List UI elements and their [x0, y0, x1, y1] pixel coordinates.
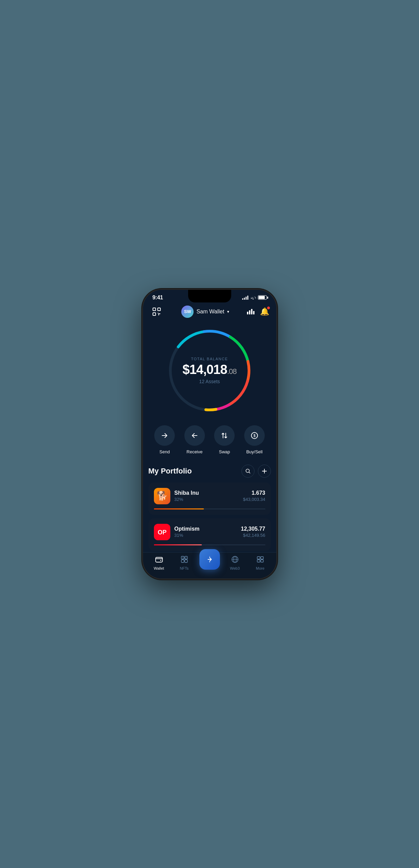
phone-notch	[188, 290, 231, 302]
asset-card-shiba[interactable]: 🐕 Shiba Inu 32% 1.673 $43,003.34	[148, 482, 271, 515]
asset-values-op: 12,305.77 $42,149.56	[241, 526, 265, 538]
wallet-nav-icon	[155, 555, 163, 565]
svg-rect-30	[261, 560, 263, 562]
battery-icon	[258, 295, 267, 300]
svg-point-20	[160, 560, 161, 561]
svg-rect-2	[153, 313, 156, 315]
chart-icon	[247, 309, 254, 314]
scan-button[interactable]	[150, 305, 163, 319]
wallet-selector[interactable]: SW Sam Wallet ▾	[181, 306, 229, 318]
asset-values-shiba: 1.673 $43,003.34	[243, 490, 265, 502]
send-icon-circle	[154, 425, 175, 446]
nav-wallet[interactable]: Wallet	[146, 555, 172, 570]
asset-row-op: OP Optimism 31% 12,305.77 $42,149.56	[154, 524, 265, 540]
op-icon: OP	[154, 524, 170, 540]
assets-count: 12 Assets	[179, 379, 240, 384]
optimism-logo: OP	[154, 524, 170, 540]
svg-rect-28	[261, 557, 263, 559]
scan-icon	[152, 307, 161, 316]
wallet-name: Sam Wallet	[196, 309, 224, 315]
asset-fill-shiba	[154, 508, 204, 509]
asset-pct-shiba: 32%	[174, 497, 239, 502]
asset-pct-op: 31%	[174, 533, 237, 538]
svg-rect-0	[153, 308, 156, 311]
status-icons	[242, 295, 267, 300]
portfolio-title: My Portfolio	[148, 467, 192, 476]
more-nav-icon	[256, 555, 264, 565]
asset-name-op: Optimism	[174, 526, 237, 532]
svg-rect-23	[181, 560, 184, 562]
receive-icon	[191, 432, 198, 439]
asset-info-shiba: Shiba Inu 32%	[174, 490, 239, 502]
balance-section: TOTAL BALANCE $14,018.08 12 Assets	[143, 323, 276, 422]
swap-icon-circle	[214, 425, 235, 446]
nav-web3-label: Web3	[230, 566, 240, 570]
buysell-button[interactable]: $ Buy/Sell	[244, 425, 265, 454]
center-action-button[interactable]	[199, 549, 220, 570]
svg-rect-24	[185, 560, 187, 562]
svg-rect-5	[158, 313, 158, 313]
send-button[interactable]: Send	[154, 425, 175, 454]
buysell-icon-circle: $	[244, 425, 265, 446]
nav-more[interactable]: More	[248, 555, 273, 570]
send-icon	[161, 432, 168, 439]
notifications-button[interactable]: 🔔	[260, 307, 269, 316]
avatar: SW	[181, 306, 194, 318]
swap-icon	[221, 432, 228, 439]
shiba-logo: 🐕	[154, 488, 170, 504]
plus-icon	[262, 468, 267, 474]
wifi-icon	[250, 295, 256, 300]
asset-info-op: Optimism 31%	[174, 526, 237, 538]
asset-usd-shiba: $43,003.34	[243, 497, 265, 502]
buysell-icon: $	[251, 432, 258, 439]
svg-rect-27	[257, 557, 260, 559]
nav-wallet-label: Wallet	[154, 566, 164, 570]
asset-progress-op	[154, 544, 265, 545]
nfts-nav-icon	[180, 555, 188, 565]
portfolio-actions	[241, 465, 271, 478]
nav-more-label: More	[256, 566, 264, 570]
svg-text:$: $	[253, 434, 256, 438]
asset-amount-shiba: 1.673	[243, 490, 265, 496]
svg-rect-1	[158, 308, 160, 311]
web3-nav-icon	[231, 555, 239, 565]
svg-rect-19	[156, 557, 162, 562]
swap-button[interactable]: Swap	[214, 425, 235, 454]
svg-rect-4	[158, 313, 159, 315]
chart-button[interactable]	[247, 309, 254, 314]
receive-label: Receive	[186, 449, 202, 454]
balance-info: TOTAL BALANCE $14,018.08 12 Assets	[179, 357, 240, 384]
svg-text:OP: OP	[157, 529, 166, 536]
actions-row: Send Receive Swap	[143, 422, 276, 465]
header-right: 🔔	[247, 307, 269, 316]
search-button[interactable]	[241, 465, 254, 478]
svg-rect-29	[257, 560, 260, 562]
receive-button[interactable]: Receive	[184, 425, 205, 454]
portfolio-section: My Portfolio	[143, 465, 276, 551]
nav-center	[197, 556, 222, 570]
search-icon	[245, 468, 251, 474]
receive-icon-circle	[184, 425, 205, 446]
balance-ring: TOTAL BALANCE $14,018.08 12 Assets	[165, 326, 254, 415]
center-fab-icon	[205, 555, 214, 564]
buysell-label: Buy/Sell	[246, 449, 263, 454]
asset-row: 🐕 Shiba Inu 32% 1.673 $43,003.34	[154, 488, 265, 504]
nav-nfts-label: NFTs	[180, 566, 189, 570]
chevron-down-icon: ▾	[227, 309, 229, 314]
nav-nfts[interactable]: NFTs	[172, 555, 197, 570]
asset-amount-op: 12,305.77	[241, 526, 265, 532]
notification-badge	[267, 306, 270, 310]
send-label: Send	[159, 449, 170, 454]
asset-name-shiba: Shiba Inu	[174, 490, 239, 496]
swap-label: Swap	[219, 449, 230, 454]
nav-web3[interactable]: Web3	[222, 555, 248, 570]
balance-amount: $14,018.08	[179, 363, 240, 376]
asset-progress-shiba	[154, 508, 265, 509]
signal-icon	[242, 296, 248, 300]
app-header: SW Sam Wallet ▾ 🔔	[143, 301, 276, 323]
battery-fill	[259, 296, 265, 299]
asset-card-optimism[interactable]: OP Optimism 31% 12,305.77 $42,149.56	[148, 518, 271, 551]
asset-fill-op	[154, 544, 202, 545]
status-time: 9:41	[153, 295, 163, 301]
add-asset-button[interactable]	[258, 465, 271, 478]
